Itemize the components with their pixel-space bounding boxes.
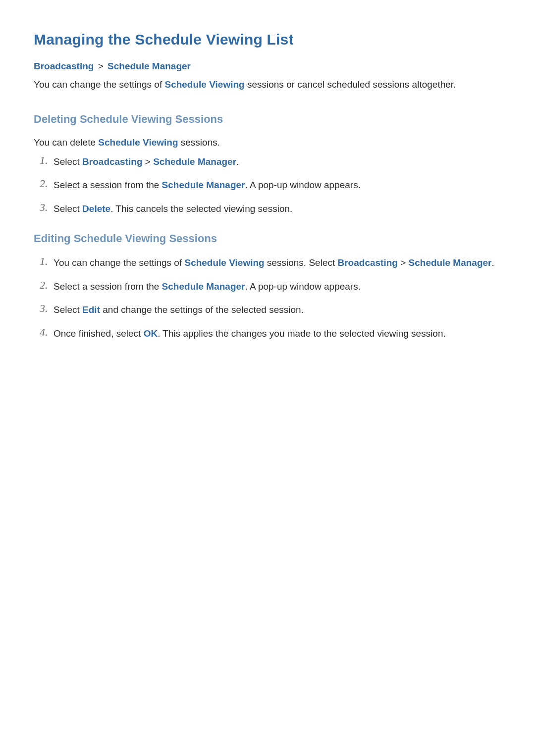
list-item: 2. Select a session from the Schedule Ma…: [40, 279, 501, 294]
step-body: Select Delete. This cancels the selected…: [54, 202, 501, 216]
step-text: Select: [54, 203, 82, 214]
step-keyword: Schedule Manager: [153, 156, 236, 167]
delete-lead-pre: You can delete: [34, 137, 98, 148]
step-text: . A pop-up window appears.: [245, 281, 361, 292]
step-text: Select a session from the: [54, 180, 162, 190]
step-text: Select: [54, 304, 82, 315]
step-keyword: Schedule Manager: [409, 257, 492, 268]
step-keyword: Broadcasting: [338, 257, 398, 268]
edit-steps: 1. You can change the settings of Schedu…: [34, 255, 501, 341]
delete-steps: 1. Select Broadcasting > Schedule Manage…: [34, 154, 501, 216]
step-text: and change the settings of the selected …: [100, 304, 304, 315]
step-body: Select Edit and change the settings of t…: [54, 302, 501, 317]
list-item: 1. Select Broadcasting > Schedule Manage…: [40, 154, 501, 169]
step-body: Select Broadcasting > Schedule Manager.: [54, 154, 501, 169]
step-text: sessions. Select: [265, 257, 338, 268]
list-item: 4. Once finished, select OK. This applie…: [40, 326, 501, 341]
step-separator: >: [398, 257, 409, 268]
step-number: 2.: [40, 279, 54, 292]
breadcrumb: Broadcasting > Schedule Manager: [34, 59, 501, 73]
step-text: Select a session from the: [54, 281, 162, 292]
step-number: 3.: [40, 201, 54, 214]
intro-keyword: Schedule Viewing: [164, 79, 244, 90]
delete-lead: You can delete Schedule Viewing sessions…: [34, 136, 501, 150]
step-text: . A pop-up window appears.: [245, 180, 361, 190]
step-text: .: [236, 156, 239, 167]
step-keyword: Schedule Manager: [162, 180, 245, 190]
step-keyword: Edit: [82, 304, 100, 315]
step-body: Select a session from the Schedule Manag…: [54, 178, 501, 192]
step-keyword: Schedule Viewing: [184, 257, 264, 268]
step-text: . This cancels the selected viewing sess…: [110, 203, 292, 214]
section-title-deleting: Deleting Schedule Viewing Sessions: [34, 111, 501, 127]
step-number: 1.: [40, 255, 54, 268]
list-item: 1. You can change the settings of Schedu…: [40, 255, 501, 270]
step-number: 3.: [40, 302, 54, 315]
step-keyword: Schedule Manager: [162, 281, 245, 292]
list-item: 3. Select Delete. This cancels the selec…: [40, 202, 501, 216]
step-text: Once finished, select: [54, 328, 144, 339]
step-number: 1.: [40, 154, 54, 167]
delete-lead-keyword: Schedule Viewing: [98, 137, 178, 148]
section-title-editing: Editing Schedule Viewing Sessions: [34, 231, 501, 247]
step-body: You can change the settings of Schedule …: [54, 255, 501, 270]
list-item: 2. Select a session from the Schedule Ma…: [40, 178, 501, 192]
step-number: 4.: [40, 326, 54, 339]
breadcrumb-item-schedule-manager: Schedule Manager: [107, 61, 191, 71]
intro-text: You can change the settings of Schedule …: [34, 78, 501, 92]
step-separator: >: [143, 156, 154, 167]
delete-lead-post: sessions.: [178, 137, 220, 148]
step-keyword: OK: [144, 328, 158, 339]
page-title: Managing the Schedule Viewing List: [34, 29, 501, 50]
step-text: You can change the settings of: [54, 257, 184, 268]
step-body: Select a session from the Schedule Manag…: [54, 279, 501, 294]
list-item: 3. Select Edit and change the settings o…: [40, 302, 501, 317]
step-keyword: Delete: [82, 203, 110, 214]
intro-pre: You can change the settings of: [34, 79, 164, 90]
page-content: Managing the Schedule Viewing List Broad…: [0, 0, 535, 389]
intro-post: sessions or cancel scheduled sessions al…: [245, 79, 456, 90]
step-keyword: Broadcasting: [82, 156, 142, 167]
step-text: Select: [54, 156, 82, 167]
step-text: .: [491, 257, 494, 268]
step-number: 2.: [40, 177, 54, 190]
step-body: Once finished, select OK. This applies t…: [54, 326, 501, 341]
breadcrumb-item-broadcasting: Broadcasting: [34, 61, 94, 71]
breadcrumb-separator: >: [97, 61, 105, 71]
step-text: . This applies the changes you made to t…: [158, 328, 446, 339]
